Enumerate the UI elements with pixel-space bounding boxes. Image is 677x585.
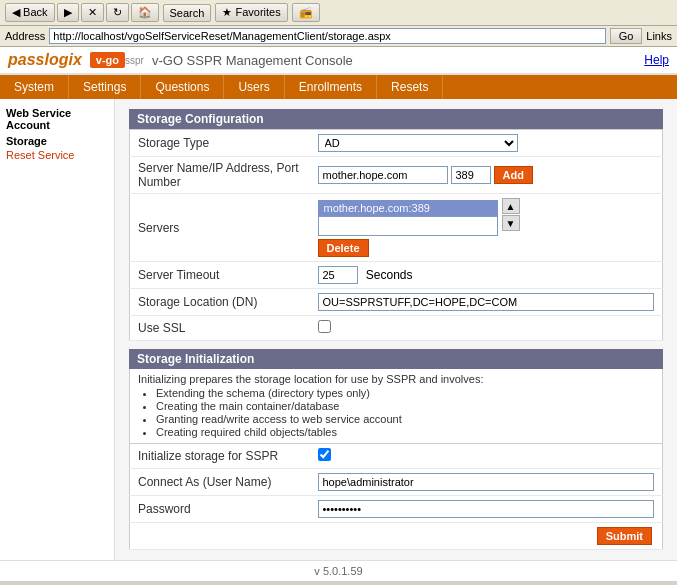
sidebar-item-storage[interactable]: Storage xyxy=(6,135,108,147)
storage-type-value-cell: AD SQL LDAP xyxy=(310,130,663,157)
stop-button[interactable]: ✕ xyxy=(81,3,104,22)
timeout-input[interactable] xyxy=(318,266,358,284)
app-container: passlogix v-go sspr v-GO SSPR Management… xyxy=(0,47,677,581)
sidebar-web-service-title: Web Service Account xyxy=(6,107,108,131)
storage-config-table: Storage Type AD SQL LDAP Server Name/IP … xyxy=(129,129,663,341)
server-name-input[interactable] xyxy=(318,166,448,184)
server-name-label: Server Name/IP Address, Port Number xyxy=(130,157,310,194)
refresh-button[interactable]: ↻ xyxy=(106,3,129,22)
help-link[interactable]: Help xyxy=(644,53,669,67)
home-button[interactable]: 🏠 xyxy=(131,3,159,22)
address-bar-row: Address Go Links xyxy=(0,26,677,47)
add-server-button[interactable]: Add xyxy=(494,166,533,184)
delete-server-button[interactable]: Delete xyxy=(318,239,369,257)
server-name-row: Server Name/IP Address, Port Number Add xyxy=(130,157,663,194)
location-input[interactable] xyxy=(318,293,655,311)
init-description: Initializing prepares the storage locati… xyxy=(129,369,663,443)
favorites-button[interactable]: ★ Favorites xyxy=(215,3,287,22)
init-checkbox[interactable] xyxy=(318,448,331,461)
go-button[interactable]: Go xyxy=(610,28,643,44)
storage-type-select[interactable]: AD SQL LDAP xyxy=(318,134,518,152)
nav-buttons: ◀ Back ▶ ✕ ↻ 🏠 xyxy=(5,3,159,22)
init-description-text: Initializing prepares the storage locati… xyxy=(138,373,483,385)
server-list-col: mother.hope.com:389 xyxy=(318,198,498,236)
submit-label-cell xyxy=(130,523,310,550)
content-area: Storage Configuration Storage Type AD SQ… xyxy=(115,99,677,560)
tab-settings[interactable]: Settings xyxy=(69,75,141,99)
init-checkbox-value-cell xyxy=(310,444,663,469)
search-button[interactable]: Search xyxy=(163,4,212,22)
sidebar: Web Service Account Storage Reset Servic… xyxy=(0,99,115,560)
password-row: Password xyxy=(130,496,663,523)
init-bullet-1: Extending the schema (directory types on… xyxy=(156,387,654,399)
media-button[interactable]: 📻 xyxy=(292,3,320,22)
sspr-text: sspr xyxy=(125,55,144,66)
submit-value-cell: Submit xyxy=(310,523,663,550)
location-value-cell xyxy=(310,289,663,316)
storage-init-header: Storage Initialization xyxy=(129,349,663,369)
storage-type-row: Storage Type AD SQL LDAP xyxy=(130,130,663,157)
address-label: Address xyxy=(5,30,45,42)
storage-type-label: Storage Type xyxy=(130,130,310,157)
servers-list-box[interactable] xyxy=(318,216,498,236)
tab-enrollments[interactable]: Enrollments xyxy=(285,75,377,99)
tab-questions[interactable]: Questions xyxy=(141,75,224,99)
vgo-badge-text: v-go xyxy=(90,52,125,68)
sidebar-item-reset-service[interactable]: Reset Service xyxy=(6,149,108,161)
browser-toolbar: ◀ Back ▶ ✕ ↻ 🏠 Search ★ Favorites 📻 xyxy=(0,0,677,26)
address-input[interactable] xyxy=(49,28,605,44)
init-bullet-2: Creating the main container/database xyxy=(156,400,654,412)
init-bullets-list: Extending the schema (directory types on… xyxy=(156,387,654,438)
back-button[interactable]: ◀ Back xyxy=(5,3,55,22)
tab-users[interactable]: Users xyxy=(224,75,284,99)
version-text: v 5.0.1.59 xyxy=(314,565,362,577)
server-list-wrapper: mother.hope.com:389 ▲ ▼ xyxy=(318,198,655,236)
submit-button[interactable]: Submit xyxy=(597,527,652,545)
timeout-unit: Seconds xyxy=(366,268,413,282)
init-bullet-4: Creating required child objects/tables xyxy=(156,426,654,438)
ssl-row: Use SSL xyxy=(130,316,663,341)
tab-resets[interactable]: Resets xyxy=(377,75,443,99)
server-selected-item[interactable]: mother.hope.com:389 xyxy=(318,200,498,216)
ssl-value-cell xyxy=(310,316,663,341)
servers-label: Servers xyxy=(130,194,310,262)
forward-button[interactable]: ▶ xyxy=(57,3,79,22)
arrow-col: ▲ ▼ xyxy=(502,198,520,231)
submit-row: Submit xyxy=(130,523,663,550)
passlogix-logo: passlogix xyxy=(8,51,82,69)
storage-config-header: Storage Configuration xyxy=(129,109,663,129)
connect-as-label: Connect As (User Name) xyxy=(130,469,310,496)
storage-init-table: Initialize storage for SSPR Connect As (… xyxy=(129,443,663,550)
move-up-button[interactable]: ▲ xyxy=(502,198,520,214)
connect-as-row: Connect As (User Name) xyxy=(130,469,663,496)
app-footer: v 5.0.1.59 xyxy=(0,560,677,581)
connect-as-value-cell xyxy=(310,469,663,496)
server-name-port-row: Add xyxy=(318,166,655,184)
password-label: Password xyxy=(130,496,310,523)
init-bullet-3: Granting read/write access to web servic… xyxy=(156,413,654,425)
links-label: Links xyxy=(646,30,672,42)
server-port-input[interactable] xyxy=(451,166,491,184)
server-name-value-cell: Add xyxy=(310,157,663,194)
ssl-label: Use SSL xyxy=(130,316,310,341)
tab-system[interactable]: System xyxy=(0,75,69,99)
location-label: Storage Location (DN) xyxy=(130,289,310,316)
init-checkbox-row: Initialize storage for SSPR xyxy=(130,444,663,469)
vgo-badge: v-go sspr xyxy=(90,52,144,68)
timeout-value-cell: Seconds xyxy=(310,262,663,289)
password-input[interactable] xyxy=(318,500,655,518)
servers-value-cell: mother.hope.com:389 ▲ ▼ Delete xyxy=(310,194,663,262)
ssl-checkbox[interactable] xyxy=(318,320,331,333)
location-row: Storage Location (DN) xyxy=(130,289,663,316)
password-value-cell xyxy=(310,496,663,523)
move-down-button[interactable]: ▼ xyxy=(502,215,520,231)
nav-tabs: System Settings Questions Users Enrollme… xyxy=(0,75,677,99)
main-layout: Web Service Account Storage Reset Servic… xyxy=(0,99,677,560)
servers-row: Servers mother.hope.com:389 ▲ ▼ xyxy=(130,194,663,262)
app-header: passlogix v-go sspr v-GO SSPR Management… xyxy=(0,47,677,75)
init-checkbox-label: Initialize storage for SSPR xyxy=(130,444,310,469)
logo-area: passlogix v-go sspr v-GO SSPR Management… xyxy=(8,51,353,69)
timeout-label: Server Timeout xyxy=(130,262,310,289)
delete-button-area: Delete xyxy=(318,239,655,257)
connect-as-input[interactable] xyxy=(318,473,655,491)
